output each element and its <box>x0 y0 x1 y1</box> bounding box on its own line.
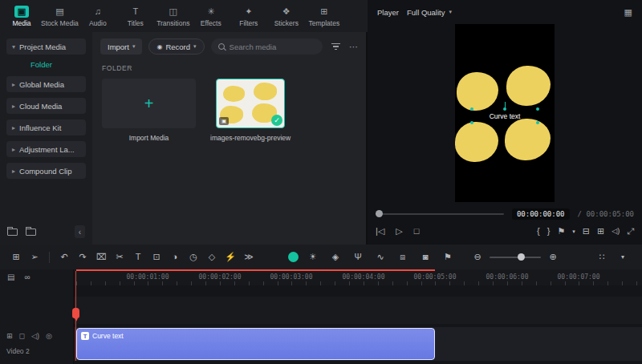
tab-stickers[interactable]: ❖ Stickers <box>268 1 305 31</box>
preview-canvas[interactable]: Curve text <box>455 24 555 202</box>
denoise-icon[interactable]: ∿ <box>372 249 388 265</box>
sidebar-item-adjustment-layer[interactable]: ▸ Adjustment La... <box>6 141 86 157</box>
transport-controls: |◁ ▷ □ { } ⚑ ▾ ⊟ ⊞ ◁) ⤢ <box>368 227 642 236</box>
snapshot-camera-icon[interactable]: ◙ <box>417 249 433 265</box>
chevron-down-icon[interactable]: ▾ <box>615 249 631 265</box>
import-media-tile[interactable]: + <box>102 79 196 128</box>
sidebar-item-global-media[interactable]: ▸ Global Media <box>6 76 86 92</box>
tab-templates[interactable]: ⊞ Templates <box>306 1 343 31</box>
text-selection-box[interactable]: Curve text <box>472 109 538 123</box>
quality-select[interactable]: Full Quality ▾ <box>407 8 452 17</box>
clip-duration-bar <box>76 269 435 271</box>
marker-icon[interactable]: ⚑ <box>440 249 456 265</box>
pip-display-icon[interactable]: ⊞ <box>597 227 604 236</box>
color-palette-icon[interactable]: ◑ <box>167 249 183 265</box>
timeline-ruler[interactable]: 00:00:01:00 00:00:02:00 00:00:03:00 00:0… <box>74 269 642 285</box>
media-asset-thumbnail[interactable]: ▣ ✓ <box>216 79 285 128</box>
delete-folder-icon[interactable] <box>26 229 36 236</box>
effects-icon: ✳ <box>204 6 218 18</box>
redo-icon[interactable]: ↷ <box>75 249 91 265</box>
search-box <box>211 38 323 55</box>
tab-filters[interactable]: ✦ Filters <box>230 1 267 31</box>
search-input[interactable] <box>230 42 315 51</box>
player-header: Player Full Quality ▾ ▦ <box>368 0 642 24</box>
sidebar-item-label: Adjustment La... <box>19 145 75 154</box>
voiceover-mic-icon[interactable]: Ψ <box>350 249 366 265</box>
sidebar-item-influence-kit[interactable]: ▸ Influence Kit <box>6 119 86 135</box>
render-preview-icon[interactable]: ⚡ <box>222 249 238 265</box>
zoom-slider[interactable] <box>490 257 541 258</box>
add-track-icon[interactable]: ⊞ <box>6 332 13 340</box>
import-button[interactable]: Import ▾ <box>100 38 142 55</box>
toggle-track-visibility-icon[interactable]: ◎ <box>46 332 52 340</box>
add-text-icon[interactable]: T <box>130 249 146 265</box>
mute-track-icon[interactable]: ◁) <box>31 332 39 340</box>
thumb-blob <box>254 83 277 100</box>
previous-frame-icon[interactable]: |◁ <box>376 227 384 236</box>
seek-bar[interactable] <box>376 213 504 215</box>
tab-label: Filters <box>239 19 258 27</box>
playhead-handle[interactable] <box>72 308 79 318</box>
tab-titles[interactable]: T Titles <box>117 1 154 31</box>
fullscreen-icon[interactable]: ⤢ <box>627 227 634 236</box>
green-screen-icon[interactable]: ⧈ <box>395 249 411 265</box>
ruler-tick: 00:00:06:00 <box>486 273 529 281</box>
tab-stock-media[interactable]: ▤ Stock Media <box>41 1 79 31</box>
film-track-icon[interactable]: ▤ <box>7 273 14 281</box>
more-options-icon[interactable]: ⋯ <box>349 42 358 52</box>
auto-enhance-icon[interactable]: ☀ <box>305 249 321 265</box>
lock-track-icon[interactable]: ◻ <box>19 332 25 340</box>
link-clips-icon[interactable]: ∞ <box>24 273 30 281</box>
ruler-tick: 00:00:04:00 <box>343 273 385 281</box>
resize-handle[interactable] <box>470 121 473 124</box>
delete-icon[interactable]: ⌧ <box>93 249 109 265</box>
more-tools-icon[interactable]: ≫ <box>241 249 257 265</box>
snapshot-display-icon[interactable]: ⊟ <box>583 227 590 236</box>
protect-icon[interactable]: ◈ <box>327 249 343 265</box>
collapse-sidebar-button[interactable]: ‹ <box>75 225 85 238</box>
sidebar-item-cloud-media[interactable]: ▸ Cloud Media <box>6 98 86 114</box>
tab-label: Transitions <box>156 19 189 27</box>
preview-mode-icon[interactable]: ▦ <box>624 7 632 18</box>
record-button-label: Record <box>165 42 190 51</box>
zoom-out-icon[interactable]: ⊖ <box>469 249 486 265</box>
tab-media[interactable]: ▣ Media <box>3 1 40 31</box>
seek-knob[interactable] <box>376 210 383 217</box>
split-icon[interactable]: ✂ <box>112 249 128 265</box>
undo-icon[interactable]: ↶ <box>56 249 72 265</box>
sidebar-item-folder[interactable]: Folder <box>30 60 86 69</box>
play-icon[interactable]: ▷ <box>396 227 402 236</box>
flag-icon[interactable]: ⚑ <box>557 227 565 236</box>
select-cursor-icon[interactable]: ➢ <box>26 249 43 265</box>
chevron-down-icon[interactable]: ▾ <box>572 229 575 234</box>
tab-audio[interactable]: ♫ Audio <box>79 1 116 31</box>
resize-handle[interactable] <box>536 107 539 111</box>
track-controls: ⊞ ◻ ◁) ◎ <box>6 332 52 340</box>
smart-cutout-icon[interactable] <box>288 252 299 262</box>
tab-label: Stickers <box>274 19 299 27</box>
mark-out-icon[interactable]: } <box>547 227 551 236</box>
tab-transitions[interactable]: ◫ Transitions <box>155 1 192 31</box>
resize-handle[interactable] <box>470 107 473 111</box>
current-timecode: 00:00:00:00 <box>512 208 570 220</box>
layout-grid-icon[interactable]: ⊞ <box>8 249 24 265</box>
zoom-in-icon[interactable]: ⊕ <box>545 249 561 265</box>
keyframe-icon[interactable]: ◇ <box>204 249 220 265</box>
new-folder-icon[interactable] <box>7 229 18 236</box>
mark-in-icon[interactable]: { <box>537 227 540 236</box>
sidebar-item-project-media[interactable]: ▾ Project Media <box>6 38 86 55</box>
speed-icon[interactable]: ◷ <box>185 249 201 265</box>
zoom-slider-knob[interactable] <box>518 253 525 261</box>
track-manager-icon[interactable]: ∷ <box>594 249 610 265</box>
record-button[interactable]: ◉ Record ▾ <box>148 38 204 55</box>
resize-handle[interactable] <box>503 107 506 111</box>
stop-icon[interactable]: □ <box>414 227 420 236</box>
filter-icon[interactable] <box>329 41 343 53</box>
tab-effects[interactable]: ✳ Effects <box>193 1 230 31</box>
crop-icon[interactable]: ⊡ <box>148 249 165 265</box>
sidebar-item-compound-clip[interactable]: ▸ Compound Clip <box>6 163 86 179</box>
tab-label: Titles <box>128 19 144 27</box>
timeline-text-clip[interactable]: T Curve text <box>76 328 435 360</box>
resize-handle[interactable] <box>536 121 539 124</box>
volume-icon[interactable]: ◁) <box>612 228 620 235</box>
